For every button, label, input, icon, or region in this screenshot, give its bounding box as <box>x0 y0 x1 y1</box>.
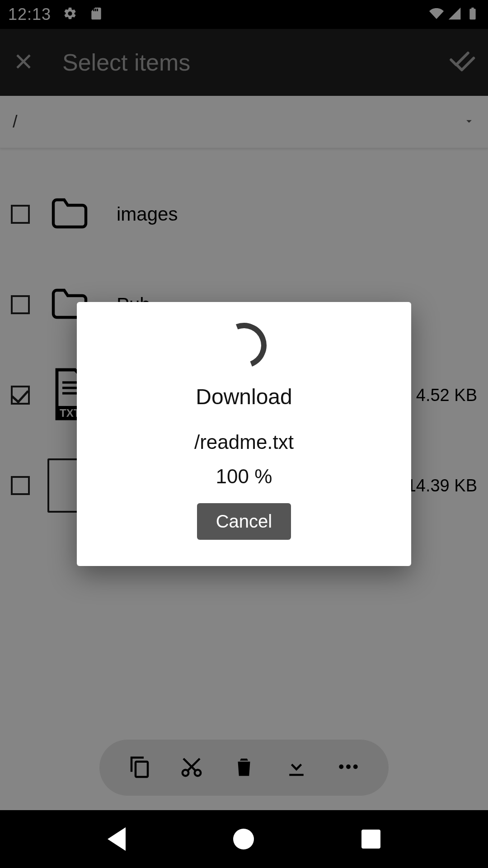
download-dialog: Download /readme.txt 100 % Cancel <box>77 302 411 566</box>
back-button[interactable] <box>108 827 126 851</box>
dialog-file: /readme.txt <box>95 431 393 453</box>
dialog-title: Download <box>95 384 393 409</box>
modal-overlay: Download /readme.txt 100 % Cancel <box>0 0 488 868</box>
spinner-icon <box>214 316 274 375</box>
cancel-button[interactable]: Cancel <box>197 503 291 540</box>
recents-button[interactable] <box>361 830 380 849</box>
system-nav-bar <box>0 810 488 868</box>
home-button[interactable] <box>233 829 254 849</box>
dialog-percent: 100 % <box>95 465 393 488</box>
